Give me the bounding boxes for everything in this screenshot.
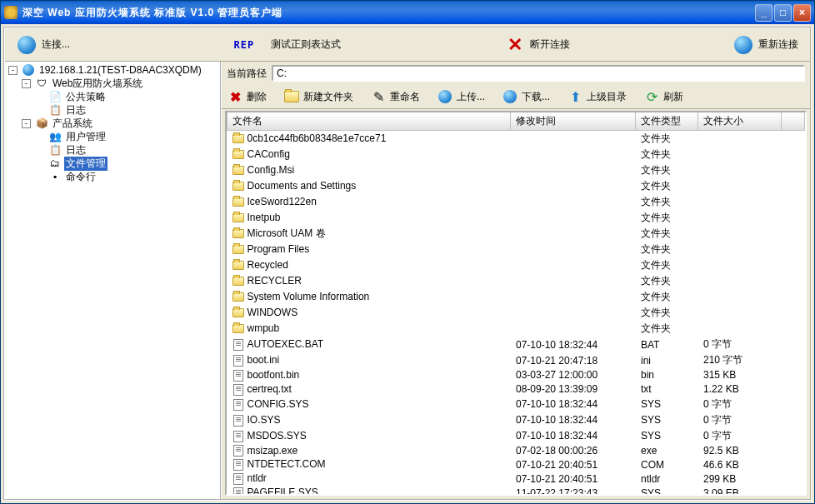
file-icon xyxy=(232,445,244,457)
table-row[interactable]: CAConfig文件夹 xyxy=(228,147,805,162)
up-dir-button[interactable]: ⬆ 上级目录 xyxy=(567,88,627,105)
cell-type: 文件夹 xyxy=(636,242,698,257)
table-row[interactable]: WINDOWS文件夹 xyxy=(228,305,805,321)
table-row[interactable]: NTDETECT.COM07-10-21 20:40:51COM46.6 KB xyxy=(228,457,805,472)
table-row[interactable]: MSDOS.SYS07-10-10 18:32:44SYS0 字节 xyxy=(228,428,805,444)
table-row[interactable]: certreq.txt08-09-20 13:39:09txt1.22 KB xyxy=(228,382,805,397)
close-button[interactable]: × xyxy=(793,4,811,22)
table-row[interactable]: Config.Msi文件夹 xyxy=(228,162,805,178)
file-toolbar: ✖ 删除 新建文件夹 ✎ 重命名 上传... xyxy=(222,85,810,109)
table-row[interactable]: wmpub文件夹 xyxy=(228,321,805,337)
reconnect-icon xyxy=(733,35,753,55)
cell-size xyxy=(698,162,782,178)
cell-name: Inetpub xyxy=(228,210,511,226)
cell-time: 07-10-21 20:40:51 xyxy=(511,472,636,486)
cell-type: 文件夹 xyxy=(636,131,698,147)
cell-name: PAGEFILE.SYS xyxy=(228,486,511,496)
col-type-header[interactable]: 文件类型 xyxy=(636,112,698,131)
col-name-header[interactable]: 文件名 xyxy=(228,112,511,131)
expander-icon[interactable]: - xyxy=(8,66,18,75)
table-row[interactable]: RECYCLER文件夹 xyxy=(228,273,805,289)
col-size-header[interactable]: 文件大小 xyxy=(698,112,782,131)
tree-label: 产品系统 xyxy=(51,117,94,131)
new-folder-label: 新建文件夹 xyxy=(303,90,353,104)
reconnect-button[interactable]: 重新连接 xyxy=(725,32,807,58)
cell-time: 07-10-10 18:32:44 xyxy=(511,397,636,412)
download-icon xyxy=(502,88,518,105)
expander-icon[interactable]: - xyxy=(22,79,31,88)
disconnect-button[interactable]: ✕ 断开连接 xyxy=(497,32,578,58)
table-row[interactable]: 0cb1cc44fb6b08348e1e7cce71文件夹 xyxy=(228,131,805,147)
rename-button[interactable]: ✎ 重命名 xyxy=(370,88,420,105)
file-icon xyxy=(232,473,244,485)
table-row[interactable]: boot.ini07-10-21 20:47:18ini210 字节 xyxy=(228,352,805,368)
cell-name: Recycled xyxy=(228,257,511,273)
table-row[interactable]: Inetpub文件夹 xyxy=(228,210,805,226)
cell-time: 07-10-21 20:47:18 xyxy=(511,352,636,368)
upload-label: 上传... xyxy=(457,90,485,104)
table-row[interactable]: PAGEFILE.SYS11-07-22 17:23:43SYS3.09 EB xyxy=(228,486,805,496)
table-row[interactable]: System Volume Information文件夹 xyxy=(228,289,805,305)
cell-blank xyxy=(782,242,805,257)
cell-blank xyxy=(782,382,805,397)
delete-button[interactable]: ✖ 删除 xyxy=(227,88,267,105)
cell-type: SYS xyxy=(636,486,698,496)
cell-type: COM xyxy=(636,457,698,472)
tree-node-log2[interactable]: 📋 日志 xyxy=(5,143,220,157)
tree-node-file-mgmt[interactable]: 🗂 文件管理 xyxy=(5,157,220,170)
table-row[interactable]: bootfont.bin03-03-27 12:00:00bin315 KB xyxy=(228,368,805,382)
connect-button[interactable]: 连接... xyxy=(8,32,78,58)
tree-node-root[interactable]: - 192.168.1.21(TEST-D8AAC3XQDM) xyxy=(5,63,220,77)
test-regex-label: 测试正则表达式 xyxy=(271,37,341,52)
cell-time: 07-10-10 18:32:44 xyxy=(511,428,636,444)
refresh-button[interactable]: ⟳ 刷新 xyxy=(643,88,683,105)
tree-node-cmdline[interactable]: ▪ 命令行 xyxy=(5,170,220,183)
cell-name: Microsoft UAM 卷 xyxy=(228,226,511,242)
table-row[interactable]: Recycled文件夹 xyxy=(228,257,805,273)
folder-icon xyxy=(232,260,244,272)
cell-size xyxy=(698,147,782,162)
file-name-label: Config.Msi xyxy=(248,164,295,176)
file-icon xyxy=(232,399,244,411)
table-row[interactable]: ntldr07-10-21 20:40:51ntldr299 KB xyxy=(228,472,805,486)
table-row[interactable]: IO.SYS07-10-10 18:32:44SYS0 字节 xyxy=(228,412,805,428)
download-button[interactable]: 下载... xyxy=(502,88,550,105)
tree-node-public-policy[interactable]: 📄 公共策略 xyxy=(5,90,220,103)
table-row[interactable]: msizap.exe07-02-18 00:00:26exe92.5 KB xyxy=(228,444,805,458)
cell-time xyxy=(511,226,636,242)
col-time-header[interactable]: 修改时间 xyxy=(511,112,636,131)
test-regex-button[interactable]: REP 测试正则表达式 xyxy=(225,34,349,55)
tree-label: Web应用防火墙系统 xyxy=(51,77,144,91)
folder-icon xyxy=(232,133,244,145)
cell-time: 07-02-18 00:00:26 xyxy=(511,444,636,458)
cell-time xyxy=(511,194,636,210)
cell-time xyxy=(511,178,636,194)
table-row[interactable]: CONFIG.SYS07-10-10 18:32:44SYS0 字节 xyxy=(228,397,805,412)
new-folder-button[interactable]: 新建文件夹 xyxy=(283,88,353,105)
table-row[interactable]: Microsoft UAM 卷文件夹 xyxy=(228,226,805,242)
cell-blank xyxy=(782,305,805,321)
cell-name: certreq.txt xyxy=(228,382,511,397)
tree-node-product-sys[interactable]: - 📦 产品系统 xyxy=(5,117,220,130)
folder-icon xyxy=(232,181,244,192)
cell-type: 文件夹 xyxy=(636,273,698,289)
col-blank-header[interactable] xyxy=(782,112,805,131)
table-row[interactable]: AUTOEXEC.BAT07-10-10 18:32:44BAT0 字节 xyxy=(228,337,805,352)
tree-node-log1[interactable]: 📋 日志 xyxy=(5,103,220,117)
tree-node-user-mgmt[interactable]: 👥 用户管理 xyxy=(5,130,220,143)
expander-icon[interactable]: - xyxy=(22,119,31,128)
table-row[interactable]: IceSword122en文件夹 xyxy=(228,194,805,210)
cell-name: NTDETECT.COM xyxy=(228,457,511,472)
tree-node-waf[interactable]: - 🛡 Web应用防火墙系统 xyxy=(5,77,220,90)
upload-button[interactable]: 上传... xyxy=(437,88,485,105)
minimize-button[interactable]: _ xyxy=(755,4,772,22)
maximize-button[interactable]: □ xyxy=(774,4,792,22)
cell-size xyxy=(698,194,782,210)
cell-blank xyxy=(782,162,805,178)
cell-type: 文件夹 xyxy=(636,305,698,321)
cell-blank xyxy=(782,412,805,428)
table-row[interactable]: Documents and Settings文件夹 xyxy=(228,178,805,194)
cell-blank xyxy=(782,397,805,412)
table-row[interactable]: Program Files文件夹 xyxy=(228,242,805,257)
path-input[interactable] xyxy=(272,65,805,82)
